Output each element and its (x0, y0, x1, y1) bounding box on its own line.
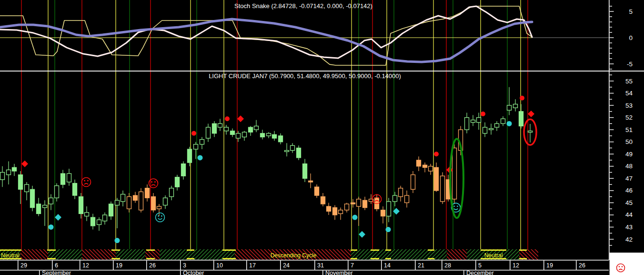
week-label: 31 (317, 262, 324, 269)
week-label: 12 (82, 262, 89, 269)
week-label: 7 (351, 262, 354, 269)
candle-body (279, 136, 283, 142)
week-label: 12 (513, 262, 519, 269)
week-separator (442, 261, 443, 270)
candle-body (37, 204, 41, 214)
candle-body (315, 187, 319, 195)
candle-body (501, 119, 505, 123)
candle-body (309, 181, 313, 182)
cycle-mark (111, 258, 120, 260)
week-label: 24 (283, 262, 290, 269)
status-bar-red-hatch (82, 249, 116, 260)
candle-body (483, 127, 487, 133)
candle-body (194, 144, 198, 149)
price-axis-label: 47 (625, 175, 633, 182)
candle-body (507, 105, 512, 110)
stoch-axis-label: 5 (629, 8, 633, 15)
sell-dot-icon (434, 152, 439, 156)
candle-body (417, 160, 421, 166)
candle-body (254, 126, 259, 130)
candle-body (145, 188, 150, 198)
candle-body (85, 213, 89, 216)
candle-body (188, 149, 192, 163)
candle-body (127, 197, 131, 209)
candle-body (97, 220, 101, 224)
month-separator (180, 271, 181, 275)
price-axis-label: 52 (625, 114, 633, 121)
price-axis-label: 43 (625, 224, 633, 231)
candle-body (200, 140, 204, 144)
candle-body (103, 215, 107, 221)
candle-body (477, 118, 481, 122)
buy-dot-icon (49, 224, 54, 230)
week-label: 5 (478, 262, 482, 269)
candle-body (181, 164, 186, 176)
week-label: 10 (216, 262, 223, 269)
axis-border (0, 270, 609, 271)
week-label: 3 (183, 262, 186, 269)
week-label: 6 (55, 262, 58, 269)
candle-body (272, 134, 277, 138)
buy-dot-icon (352, 215, 358, 220)
cycle-mark (519, 258, 527, 260)
candle-body (109, 204, 113, 216)
week-separator (280, 261, 281, 270)
cycle-mark (371, 250, 379, 251)
month-separator (463, 271, 464, 275)
price-axis-label: 42 (625, 236, 633, 243)
candle-body (175, 177, 180, 187)
cycle-mark (385, 258, 391, 260)
cycle-mark (222, 250, 236, 251)
cycle-mark (47, 258, 56, 260)
cycle-mark (428, 258, 434, 260)
cycle-mark (519, 250, 527, 251)
candle-body (405, 195, 409, 203)
price-axis-label: 54 (625, 90, 633, 97)
candle-body (212, 123, 217, 133)
month-separator (322, 271, 323, 275)
week-separator (415, 261, 416, 270)
cycle-mark (222, 258, 236, 260)
candle-body (297, 148, 301, 157)
candle-body (441, 176, 445, 202)
cycle-mark (146, 250, 155, 251)
price-axis-label: 55 (625, 78, 633, 85)
week-label: 14 (384, 262, 391, 269)
week-separator (113, 261, 114, 270)
buy-dot-icon (507, 121, 512, 126)
week-separator (576, 261, 577, 270)
chart-canvas[interactable]: 29612192631017243171421285121926Septembe… (0, 0, 644, 275)
candle-body (411, 175, 415, 190)
candle-body (387, 202, 391, 216)
candle-body (528, 131, 533, 132)
month-label: December (466, 270, 494, 275)
candle-body (157, 206, 161, 209)
candle-body (267, 133, 271, 136)
candle-body (303, 164, 307, 179)
candle-body (495, 123, 499, 127)
week-label: 19 (116, 262, 122, 269)
candle-body (339, 210, 343, 214)
cycle-mark (111, 250, 120, 251)
cycle-mark (351, 258, 357, 260)
candle-body (236, 133, 241, 138)
price-axis-label: 51 (625, 126, 633, 133)
month-label: November (325, 270, 353, 275)
panel-separator (0, 71, 644, 71)
week-separator (543, 261, 544, 270)
month-separator (39, 271, 40, 275)
candle-body (49, 198, 53, 204)
price-axis-label: 48 (625, 163, 633, 170)
price-axis-label: 45 (625, 199, 633, 206)
status-label-neutral-right: Neutral (484, 252, 503, 259)
week-separator (381, 261, 382, 270)
cycle-mark (146, 258, 155, 260)
week-label: 26 (149, 262, 156, 269)
price-axis-label: 46 (625, 187, 633, 194)
buy-dot-icon (198, 155, 203, 160)
cycle-mark (187, 250, 194, 251)
chart-background (0, 0, 644, 275)
candle-body (67, 173, 71, 182)
stoch-panel-title: Stoch Snake (2.84728, -0.07142, 0.000, -… (234, 2, 372, 10)
candle-body (91, 217, 95, 226)
